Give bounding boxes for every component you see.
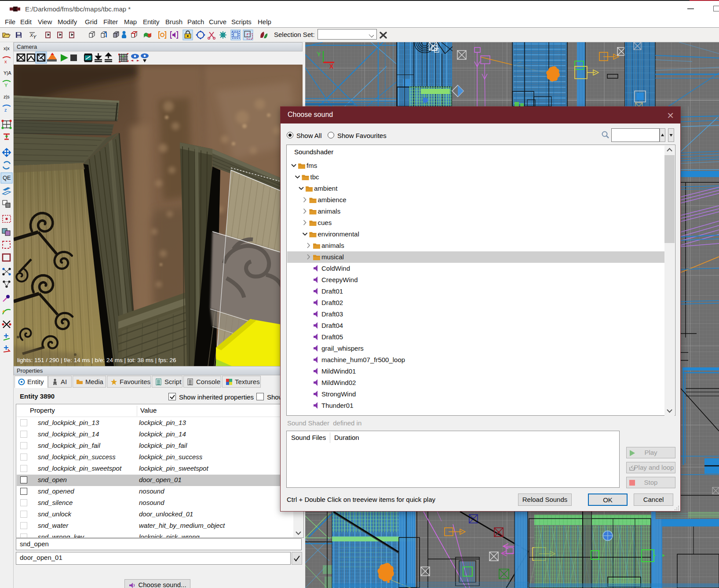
svg-text:Y: Y [317, 50, 321, 58]
svg-text:Y: Y [33, 34, 36, 40]
svg-text:z|s: z|s [4, 94, 10, 99]
svg-text:z: z [4, 107, 7, 113]
svg-text:X: X [329, 63, 334, 70]
svg-text:QE: QE [3, 174, 11, 181]
svg-text:x: x [4, 59, 7, 64]
svg-text:Y|A: Y|A [4, 70, 11, 76]
svg-text:x|x: x|x [4, 46, 10, 51]
svg-text:Y: Y [4, 83, 8, 88]
